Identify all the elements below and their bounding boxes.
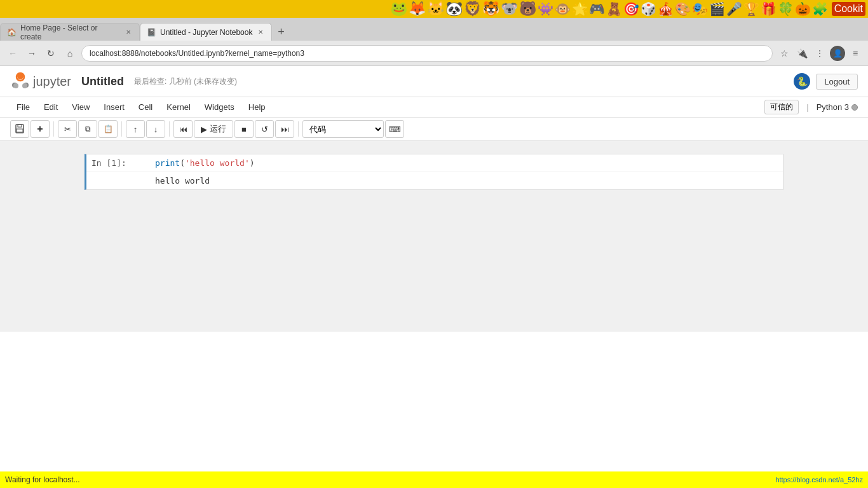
cartoon-char: 🐻: [519, 1, 536, 17]
notebook-title[interactable]: Untitled: [81, 75, 124, 88]
move-down-button[interactable]: ↓: [146, 120, 165, 138]
jupyter-logo: jupyter: [10, 71, 71, 92]
code-paren-open: (: [180, 158, 185, 168]
cell-output: hello world: [86, 172, 783, 189]
tab-label: Untitled - Jupyter Notebook: [160, 28, 252, 37]
keyboard-shortcuts-button[interactable]: ⌨: [385, 120, 404, 138]
cartoon-char: 🌟: [572, 1, 588, 17]
cell-input: In [1]: print('hello world'): [86, 154, 783, 172]
python-logo-icon: 🐍: [793, 72, 811, 90]
menu-insert[interactable]: Insert: [97, 100, 131, 114]
cell-type-select[interactable]: 代码 Markdown Raw NBConvert: [302, 120, 384, 138]
stop-icon: ■: [241, 125, 247, 134]
cartoon-char: 🎬: [709, 1, 725, 17]
code-function: print: [155, 158, 180, 168]
kernel-name: Python 3: [817, 102, 849, 112]
cartoon-char: 🐸: [390, 1, 407, 17]
tab-close-notebook[interactable]: ✕: [256, 28, 265, 37]
code-cell[interactable]: In [1]: print('hello world') hello world: [85, 154, 783, 190]
tab-notebook[interactable]: 📓 Untitled - Jupyter Notebook ✕: [140, 23, 272, 41]
menu-view[interactable]: View: [65, 100, 96, 114]
add-cell-button[interactable]: +: [31, 120, 50, 138]
kernel-info: Python 3: [817, 102, 858, 112]
svg-point-6: [22, 83, 27, 88]
cartoon-char: 🐵: [555, 1, 571, 17]
run-icon: ▶: [201, 125, 207, 134]
tab-favicon: 🏠: [7, 28, 17, 37]
cut-icon: ✂: [64, 125, 71, 134]
cartoon-char: 🎁: [761, 1, 776, 17]
cell-code-content[interactable]: print('hello world'): [155, 158, 778, 168]
cartoon-char: 🎭: [692, 1, 708, 17]
trusted-button[interactable]: 可信的: [764, 100, 799, 114]
menu-edit[interactable]: Edit: [37, 100, 64, 114]
forward-button[interactable]: →: [24, 46, 39, 61]
fast-forward-button[interactable]: ⏭: [275, 120, 294, 138]
paste-icon: 📋: [104, 125, 113, 133]
menu-bar: File Edit View Insert Cell Kernel Widget…: [0, 97, 868, 118]
svg-point-3: [18, 74, 22, 78]
extension-icon[interactable]: 🔌: [794, 46, 810, 61]
cut-button[interactable]: ✂: [58, 120, 77, 138]
tab-bar: 🏠 Home Page - Select or create ✕ 📓 Untit…: [0, 18, 868, 41]
arrow-up-icon: ↑: [133, 125, 138, 134]
address-bar: ← → ↻ ⌂ ☆ 🔌 ⋮ 👤 ≡: [0, 41, 868, 66]
jupyter-brand: jupyter: [33, 74, 71, 89]
menu-icon[interactable]: ≡: [848, 46, 863, 61]
copy-icon: ⧉: [85, 125, 91, 133]
cartoon-char: 🧩: [812, 1, 828, 17]
toolbar-separator-4: [298, 121, 299, 137]
cartoon-char: 🏆: [743, 1, 759, 17]
cartoon-banner: 🐸 🦊 🐱 🐼 🦁 🐯 🐨 🐻 👾 🐵 🌟 🎮 🧸 🎯 🎲 🎪 🎨 🎭 🎬 🎤 …: [0, 0, 868, 18]
cartoon-char: 🐼: [445, 1, 463, 17]
stop-button[interactable]: ■: [234, 120, 254, 138]
arrow-down-icon: ↓: [154, 125, 158, 134]
menu-file[interactable]: File: [10, 100, 36, 114]
fast-forward-icon: ⏭: [281, 125, 289, 134]
restart-button[interactable]: ↺: [255, 120, 274, 138]
cartoon-char: 🎃: [795, 1, 811, 17]
tab-home[interactable]: 🏠 Home Page - Select or create ✕: [0, 23, 140, 41]
fast-back-icon: ⏮: [179, 125, 187, 134]
menu-kernel[interactable]: Kernel: [160, 100, 197, 114]
tab-label: Home Page - Select or create: [20, 24, 120, 41]
logout-button[interactable]: Logout: [816, 74, 858, 90]
save-icon: [15, 124, 25, 134]
cartoon-char: 🎤: [726, 1, 742, 17]
status-url: https://blog.csdn.net/a_52hz: [775, 476, 863, 484]
back-button[interactable]: ←: [5, 46, 20, 61]
cartoon-char: 🐨: [501, 1, 518, 17]
home-button[interactable]: ⌂: [62, 46, 78, 61]
cartoon-char: 🦁: [464, 1, 481, 17]
copy-button[interactable]: ⧉: [78, 120, 97, 138]
plus-icon: +: [37, 123, 43, 135]
run-button[interactable]: ▶ 运行: [194, 120, 233, 138]
new-tab-button[interactable]: +: [272, 23, 290, 41]
move-up-button[interactable]: ↑: [126, 120, 145, 138]
menu-help[interactable]: Help: [242, 100, 272, 114]
jupyter-header: jupyter Untitled 最后检查: 几秒前 (未保存改变) 🐍 Log…: [0, 66, 868, 97]
tab-close-home[interactable]: ✕: [124, 28, 133, 37]
run-label: 运行: [210, 123, 226, 135]
refresh-button[interactable]: ↻: [43, 46, 58, 61]
cartoon-char: 👾: [538, 1, 553, 17]
tab-favicon: 📓: [147, 28, 156, 37]
keyboard-icon: ⌨: [389, 125, 401, 134]
address-input[interactable]: [81, 45, 773, 62]
code-string: 'hello world': [185, 158, 250, 168]
fast-back-button[interactable]: ⏮: [173, 120, 193, 138]
cartoon-char: 🐱: [427, 1, 444, 17]
paste-button[interactable]: 📋: [98, 120, 118, 138]
header-right: 🐍 Logout: [793, 72, 858, 90]
cartoon-char: 🦊: [409, 1, 426, 17]
toolbar-separator-3: [169, 121, 170, 137]
save-button[interactable]: [10, 120, 29, 138]
menu-cell[interactable]: Cell: [132, 100, 159, 114]
toolbar-separator-1: [53, 121, 54, 137]
user-avatar[interactable]: 👤: [830, 46, 845, 61]
cell-output-text: hello world: [155, 176, 210, 186]
notebook-area: In [1]: print('hello world') hello world: [0, 141, 868, 332]
settings-icon[interactable]: ⋮: [812, 46, 827, 61]
menu-widgets[interactable]: Widgets: [198, 100, 241, 114]
bookmark-icon[interactable]: ☆: [776, 46, 792, 61]
